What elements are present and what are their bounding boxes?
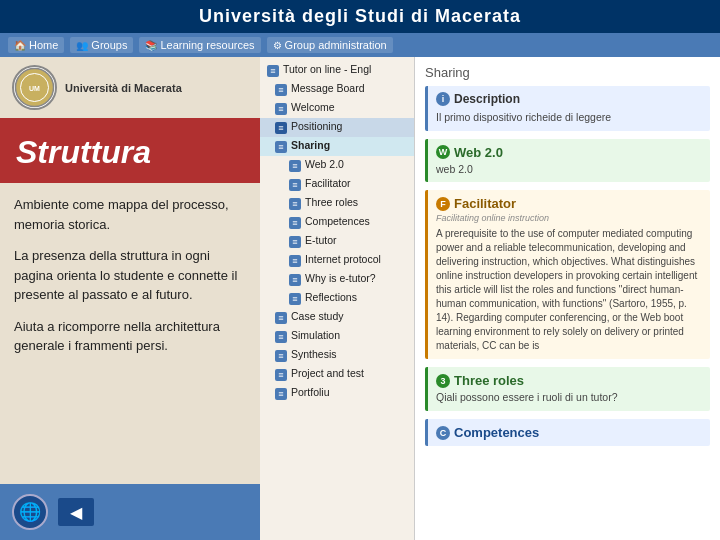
tree-item-project-test[interactable]: ≡ Project and test xyxy=(260,365,414,384)
svg-text:≡: ≡ xyxy=(292,161,297,171)
web20-section: W Web 2.0 web 2.0 xyxy=(425,139,710,183)
svg-text:≡: ≡ xyxy=(278,389,283,399)
tree-bullet-icon: ≡ xyxy=(274,368,288,382)
tree-bullet-icon: ≡ xyxy=(288,159,302,173)
web20-header: W Web 2.0 xyxy=(436,145,702,160)
tree-item-simulation[interactable]: ≡ Simulation xyxy=(260,327,414,346)
svg-text:≡: ≡ xyxy=(278,332,283,342)
tree-bullet-icon: ≡ xyxy=(274,330,288,344)
university-name: Università di Macerata xyxy=(65,82,182,94)
competences-header: C Competences xyxy=(436,425,702,440)
content-pane: Sharing i Description Il primo dispositi… xyxy=(415,57,720,540)
tree-bullet-icon: ≡ xyxy=(288,197,302,211)
tree-bullet-icon: ≡ xyxy=(274,387,288,401)
description-text: Il primo dispositivo richeide di leggere xyxy=(436,110,702,125)
svg-text:≡: ≡ xyxy=(278,351,283,361)
three-roles-section: 3 Three roles Qiali possono essere i ruo… xyxy=(425,367,710,411)
tree-bullet-icon: ≡ xyxy=(274,311,288,325)
facilitator-icon: F xyxy=(436,197,450,211)
tree-bullet-icon: ≡ xyxy=(288,273,302,287)
left-paragraph-2: La presenza della struttura in ogni pagi… xyxy=(14,246,246,305)
tree-item-competences[interactable]: ≡ Competences xyxy=(260,213,414,232)
tree-item-portfoliu[interactable]: ≡ Portfoliu xyxy=(260,384,414,403)
competences-icon: C xyxy=(436,426,450,440)
tree-item-internet-protocol[interactable]: ≡ Internet protocol xyxy=(260,251,414,270)
svg-text:≡: ≡ xyxy=(292,218,297,228)
svg-text:UM: UM xyxy=(29,85,40,92)
svg-text:≡: ≡ xyxy=(292,275,297,285)
tree-bullet-icon: ≡ xyxy=(288,292,302,306)
svg-text:≡: ≡ xyxy=(278,142,283,152)
tree-nav: ≡ Tutor on line - Engl ≡ Message Board ≡… xyxy=(260,57,415,540)
back-arrow-button[interactable]: ◀ xyxy=(58,498,94,526)
nav-group-admin[interactable]: ⚙ Group administration xyxy=(267,37,393,53)
tree-item-message-board[interactable]: ≡ Message Board xyxy=(260,80,414,99)
left-paragraph-1: Ambiente come mappa del processo, memori… xyxy=(14,195,246,234)
globe-icon: 🌐 xyxy=(12,494,48,530)
tree-item-why-etutor[interactable]: ≡ Why is e-tutor? xyxy=(260,270,414,289)
book-icon: 📚 xyxy=(145,40,157,51)
tree-bullet-icon: ≡ xyxy=(274,83,288,97)
tree-item-facilitator[interactable]: ≡ Facilitator xyxy=(260,175,414,194)
home-icon: 🏠 xyxy=(14,40,26,51)
tree-item-welcome[interactable]: ≡ Welcome xyxy=(260,99,414,118)
tree-bullet-icon: ≡ xyxy=(274,121,288,135)
svg-text:≡: ≡ xyxy=(278,123,283,133)
header-title: Università degli Studi di Macerata xyxy=(199,6,521,26)
web20-subtitle: web 2.0 xyxy=(436,162,702,177)
nav-home[interactable]: 🏠 Home xyxy=(8,37,64,53)
svg-text:≡: ≡ xyxy=(270,66,275,76)
tree-item-positioning[interactable]: ≡ Positioning xyxy=(260,118,414,137)
left-bottom-bar: 🌐 ◀ xyxy=(0,484,260,540)
tree-item-case-study[interactable]: ≡ Case study xyxy=(260,308,414,327)
tree-item-reflections[interactable]: ≡ Reflections xyxy=(260,289,414,308)
svg-text:≡: ≡ xyxy=(278,104,283,114)
svg-text:≡: ≡ xyxy=(278,313,283,323)
svg-text:≡: ≡ xyxy=(278,370,283,380)
description-section: i Description Il primo dispositivo riche… xyxy=(425,86,710,131)
nav-groups[interactable]: 👥 Groups xyxy=(70,37,133,53)
tree-bullet-icon: ≡ xyxy=(266,64,280,78)
tree-item-sharing[interactable]: ≡ Sharing xyxy=(260,137,414,156)
facilitator-section: F Facilitator Facilitating online instru… xyxy=(425,190,710,359)
three-roles-text: Qiali possono essere i ruoli di un tutor… xyxy=(436,390,702,405)
info-icon: i xyxy=(436,92,450,106)
web20-icon: W xyxy=(436,145,450,159)
tree-bullet-icon: ≡ xyxy=(288,254,302,268)
svg-text:≡: ≡ xyxy=(292,199,297,209)
facilitating-subtitle: Facilitating online instruction xyxy=(436,213,702,223)
tree-bullet-icon: ≡ xyxy=(288,235,302,249)
facilitator-header: F Facilitator xyxy=(436,196,702,211)
left-text-area: Ambiente come mappa del processo, memori… xyxy=(0,183,260,484)
left-top-bar: UM Università di Macerata xyxy=(0,57,260,118)
tree-bullet-icon: ≡ xyxy=(274,349,288,363)
admin-icon: ⚙ xyxy=(273,40,282,51)
main-area: UM Università di Macerata Struttura Ambi… xyxy=(0,57,720,540)
page-header: Università degli Studi di Macerata xyxy=(0,0,720,33)
svg-text:≡: ≡ xyxy=(292,294,297,304)
tree-item-three-roles[interactable]: ≡ Three roles xyxy=(260,194,414,213)
tree-item-web20[interactable]: ≡ Web 2.0 xyxy=(260,156,414,175)
description-header: i Description xyxy=(436,92,702,106)
left-paragraph-3: Aiuta a ricomporre nella architettura ge… xyxy=(14,317,246,356)
tree-bullet-icon: ≡ xyxy=(288,216,302,230)
nav-learning-resources[interactable]: 📚 Learning resources xyxy=(139,37,260,53)
left-panel: UM Università di Macerata Struttura Ambi… xyxy=(0,57,260,540)
three-roles-icon: 3 xyxy=(436,374,450,388)
nav-bar: 🏠 Home 👥 Groups 📚 Learning resources ⚙ G… xyxy=(0,33,720,57)
struttura-banner: Struttura xyxy=(0,118,260,183)
tree-item-etutor[interactable]: ≡ E-tutor xyxy=(260,232,414,251)
groups-icon: 👥 xyxy=(76,40,88,51)
svg-text:≡: ≡ xyxy=(292,237,297,247)
sharing-page-title: Sharing xyxy=(425,65,710,80)
three-roles-header: 3 Three roles xyxy=(436,373,702,388)
tree-bullet-icon: ≡ xyxy=(288,178,302,192)
university-logo: UM xyxy=(12,65,57,110)
tree-bullet-icon: ≡ xyxy=(274,140,288,154)
svg-text:≡: ≡ xyxy=(278,85,283,95)
tree-item-synthesis[interactable]: ≡ Synthesis xyxy=(260,346,414,365)
competences-section: C Competences xyxy=(425,419,710,446)
tree-item-tutor-online[interactable]: ≡ Tutor on line - Engl xyxy=(260,61,414,80)
svg-text:≡: ≡ xyxy=(292,180,297,190)
facilitator-text: A prerequisite to the use of computer me… xyxy=(436,227,702,353)
